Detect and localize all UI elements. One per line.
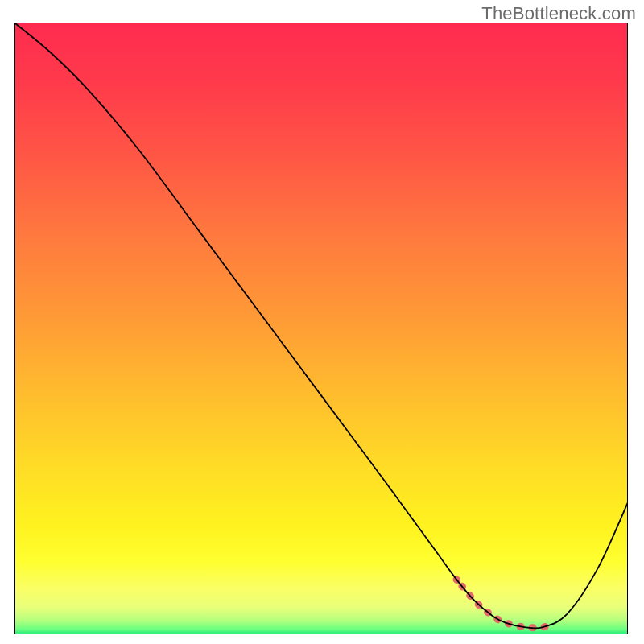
chart-frame: [14, 23, 628, 634]
gradient-background: [15, 23, 628, 634]
bottleneck-chart: [15, 23, 628, 634]
watermark-text: TheBottleneck.com: [481, 3, 636, 24]
